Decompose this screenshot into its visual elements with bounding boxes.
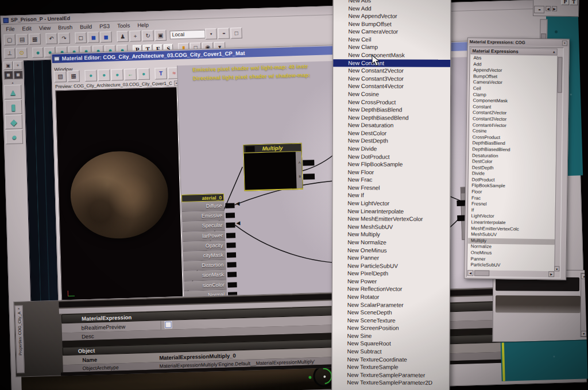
close-icon[interactable]: ×	[18, 307, 20, 311]
context-menu-item[interactable]: New Floor	[333, 168, 450, 176]
camera-icon[interactable]: ▣	[154, 30, 167, 41]
menu-item[interactable]: File	[6, 26, 15, 32]
bulb-icon[interactable]: ⊙	[16, 47, 28, 58]
context-menu-item[interactable]: New ReflectionVector	[332, 285, 450, 294]
context-menu-item[interactable]: New CameraVector	[333, 28, 450, 36]
input-connector[interactable]	[227, 272, 237, 277]
input-connector[interactable]	[227, 252, 236, 257]
scroll-right-icon[interactable]: ▶	[552, 6, 557, 11]
menu-item[interactable]: PS3	[99, 23, 110, 30]
terrain-mode-icon[interactable]: ◼	[13, 70, 22, 79]
context-menu-item[interactable]: New ComponentMask	[333, 51, 450, 59]
output-connector[interactable]	[245, 146, 254, 152]
collapsed-category-bar[interactable]	[496, 295, 581, 313]
input-connector[interactable]	[225, 203, 234, 208]
context-menu-item[interactable]: New DestDepth	[333, 137, 450, 145]
scrollbar-thumb[interactable]	[558, 57, 563, 92]
menu-item[interactable]: Help	[137, 22, 149, 29]
context-menu-item[interactable]: New ScalarParameter	[332, 301, 450, 309]
save-icon[interactable]: ▦	[29, 33, 41, 45]
menu-item[interactable]: View	[39, 25, 51, 32]
scale-mode-icon[interactable]: ◼	[100, 32, 112, 43]
browser-orb-icon[interactable]: ●	[32, 47, 44, 58]
search-icon[interactable]: ●●	[218, 28, 230, 40]
bottom-right-viewport[interactable]	[501, 339, 588, 381]
scroll-down-icon[interactable]: ▼	[581, 331, 587, 337]
translate-mode-icon[interactable]: ◻	[75, 32, 87, 44]
context-menu-item[interactable]: New TextureSampleParameter	[332, 371, 449, 379]
context-menu-item[interactable]: New ParticleSubUV	[332, 262, 450, 270]
context-menu-item[interactable]: New DotProduct	[333, 153, 450, 161]
context-menu-item[interactable]: New Constant4Vector	[333, 82, 450, 90]
context-menu-item[interactable]: New Divide	[333, 145, 450, 153]
context-menu-item[interactable]: New Desaturation	[333, 121, 450, 129]
geometry-mode-icon[interactable]: +	[13, 61, 22, 69]
input-a-connector[interactable]	[303, 160, 314, 166]
context-menu-item[interactable]: New DestColor	[333, 129, 450, 137]
cube-preview-icon[interactable]: ●	[111, 69, 123, 81]
cylinder-preview-icon[interactable]: ●	[98, 69, 110, 82]
realtime-preview-icon[interactable]: ●	[137, 68, 150, 80]
context-menu-item[interactable]: New Sine	[332, 332, 450, 340]
context-menu-item[interactable]: New MeshEmitterVertexColor	[332, 215, 450, 223]
scrollbar-thumb[interactable]	[474, 270, 489, 276]
menu-item[interactable]: Edit	[22, 25, 32, 32]
context-menu-item[interactable]: New Normalize	[332, 238, 450, 246]
redo-icon[interactable]: ↷	[58, 33, 70, 44]
context-menu-item[interactable]: New MeshSubUV	[332, 223, 450, 231]
context-menu-item[interactable]: New ScreenPosition	[332, 324, 450, 332]
fullscreen-icon[interactable]: □	[230, 28, 242, 39]
context-menu-item[interactable]: New LightVector	[332, 199, 450, 207]
scroll-down-icon[interactable]: ▼	[554, 266, 559, 271]
scroll-left-icon[interactable]: ◀	[546, 6, 551, 11]
context-menu-item[interactable]: New TextureCoordinate	[332, 356, 449, 364]
context-menu-item[interactable]: New Constant	[333, 59, 450, 67]
context-menu-item[interactable]: New Multiply	[332, 230, 450, 238]
texture-mode-icon[interactable]: ◼	[3, 71, 13, 79]
name-value[interactable]: MaterialExpressionMultiply_0	[159, 352, 236, 361]
context-menu-item[interactable]: New DepthBiasedBlend	[333, 114, 450, 122]
context-menu-item[interactable]: New Subtract	[332, 347, 449, 356]
menu-item[interactable]: Brush	[58, 24, 72, 31]
context-menu-item[interactable]: New Power	[332, 277, 450, 285]
material-root-node[interactable]: aterial_0 Diffuse Emissive	[181, 194, 227, 298]
rotate-widget-icon[interactable]: ↻	[142, 30, 154, 41]
context-menu-item[interactable]: New PixelDepth	[332, 269, 450, 277]
context-menu-item[interactable]: New If	[332, 192, 450, 200]
realtime-preview-checkbox[interactable]	[165, 322, 171, 328]
context-menu-item[interactable]: New SceneTexture	[332, 316, 450, 325]
cylinder-primitive-icon[interactable]: ▮	[5, 99, 22, 114]
sphere-preview-icon[interactable]: ●	[84, 69, 97, 82]
properties-side-tab[interactable]: × Properties: COG_City_A	[14, 305, 24, 373]
context-menu-item[interactable]: New Add	[334, 5, 451, 13]
menu-item[interactable]: Build	[80, 24, 92, 30]
multiply-node[interactable]: Multiply A B	[243, 143, 303, 191]
move-widget-icon[interactable]: +	[129, 30, 141, 42]
expressions-list-header[interactable]: Material Expressions ▲	[471, 47, 558, 55]
browser-letter-button[interactable]: T	[570, 0, 578, 5]
input-connector[interactable]	[227, 282, 237, 287]
text-overlay-icon[interactable]: T	[154, 68, 167, 80]
cone-primitive-icon[interactable]: ▲	[4, 84, 22, 99]
context-menu-item[interactable]: New BumpOffset	[333, 20, 450, 28]
expression-list-item[interactable]: ParticleSubUV	[467, 262, 554, 269]
search-icon[interactable]: ●●	[534, 6, 544, 13]
context-menu-item[interactable]: New Panner	[332, 254, 450, 262]
open-file-icon[interactable]: ▤	[16, 34, 28, 45]
context-menu-item[interactable]: New Rotator	[332, 293, 450, 301]
context-menu-item[interactable]: New Ceil	[333, 36, 450, 44]
context-menu-item[interactable]: New Cosine	[333, 90, 450, 98]
close-icon[interactable]: ×	[562, 41, 567, 46]
pin-icon[interactable]: ⊥	[4, 48, 16, 59]
sphere-primitive-icon[interactable]: ●	[5, 129, 23, 144]
input-b-connector[interactable]	[303, 173, 315, 180]
context-menu-item[interactable]: New Clamp	[333, 44, 450, 52]
home-view-icon[interactable]: ←	[124, 68, 137, 80]
context-menu-item[interactable]: New DepthBiasBlend	[333, 106, 450, 114]
context-menu-item[interactable]: New OneMinus	[332, 246, 450, 254]
diamond-primitive-icon[interactable]: ◆	[5, 114, 23, 129]
browser-letter-button[interactable]: P	[561, 0, 569, 5]
context-menu-item[interactable]: New CrossProduct	[333, 98, 450, 106]
camera-mode-icon[interactable]: ▣	[3, 61, 13, 70]
input-connector[interactable]	[227, 262, 236, 267]
